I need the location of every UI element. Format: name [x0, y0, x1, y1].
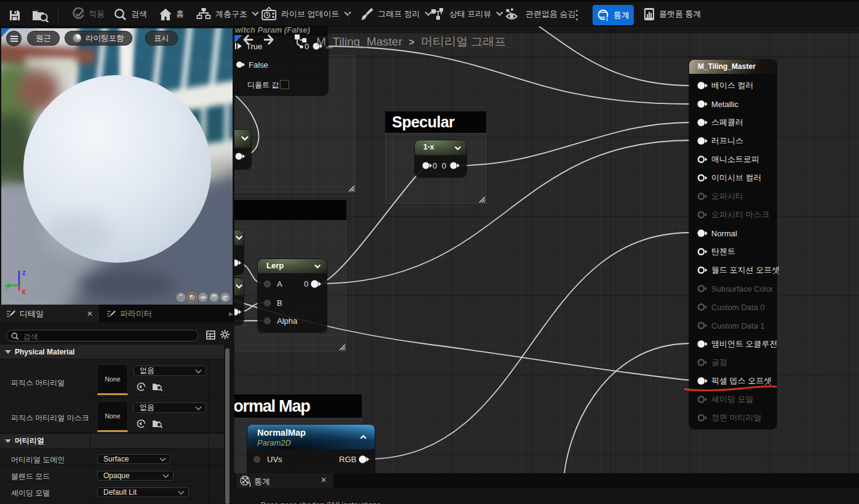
svg-text:z: z: [22, 268, 26, 277]
svg-text:y: y: [5, 284, 8, 290]
svg-text:x: x: [22, 287, 26, 296]
svg-text:i: i: [606, 16, 608, 22]
svg-text:i: i: [249, 481, 251, 487]
